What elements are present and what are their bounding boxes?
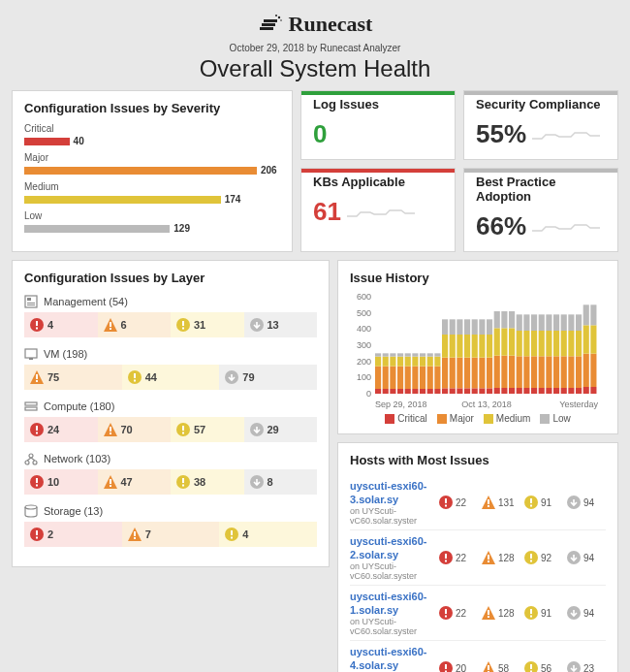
layer-head: Compute (180) [24,400,317,413]
svg-rect-142 [576,388,582,394]
layer-cell-maj[interactable]: 7 [122,522,220,547]
host-row: uyscuti-esxi60-2.solar.syon UYScuti-vC60… [350,529,606,585]
layer-cell-low[interactable]: 79 [219,365,317,390]
low-icon [225,370,238,384]
svg-point-26 [280,19,282,21]
svg-rect-82 [464,388,470,394]
svg-rect-42 [390,389,395,394]
svg-rect-144 [576,331,582,356]
severity-value: 40 [74,136,84,146]
layer-head: Network (103) [24,452,317,465]
layer-cell-med[interactable]: 44 [122,365,220,390]
maj-icon [104,318,117,332]
svg-text:Sep 29, 2018: Sep 29, 2018 [375,400,427,409]
layer-cell-crit[interactable]: 10 [24,469,98,495]
layer-label: Storage (13) [44,505,103,517]
layer-cell-crit[interactable]: 2 [24,522,122,547]
host-count: 22 [439,606,478,620]
severity-bar [24,138,70,145]
metric-security: Security Compliance55% [463,90,618,160]
svg-rect-36 [375,357,381,367]
host-count: 94 [567,496,606,509]
svg-rect-147 [583,354,589,387]
severity-row-low: Low129 [24,210,280,234]
svg-rect-117 [523,314,529,331]
svg-rect-65 [427,353,433,356]
layer-cell-low[interactable]: 13 [244,312,318,337]
svg-text:Oct 13, 2018: Oct 13, 2018 [461,400,512,409]
layer-cell-value: 6 [121,319,127,331]
layer-cell-value: 70 [121,424,133,435]
svg-rect-88 [472,335,478,358]
crit-icon [30,528,44,541]
layer-cell-maj[interactable]: 6 [98,312,172,337]
svg-rect-58 [420,389,425,394]
host-row: uyscuti-esxi60-1.solar.syon UYScuti-vC60… [350,585,606,640]
layer-cell-value: 31 [194,319,205,331]
layer-cell-med[interactable]: 38 [171,469,244,495]
svg-rect-111 [517,356,522,388]
brand-name: Runecast [289,12,373,37]
svg-rect-98 [494,388,500,394]
svg-rect-43 [390,367,395,389]
svg-rect-41 [383,353,389,356]
host-sublabel: on UYScuti-vC60.solar.syster [350,506,435,526]
host-count: 56 [524,661,563,672]
layer-cell-value: 24 [47,424,59,435]
svg-rect-60 [420,357,425,367]
layer-cell-crit[interactable]: 4 [24,312,98,337]
svg-rect-99 [494,356,500,388]
layer-cell-maj[interactable]: 75 [24,365,122,390]
svg-rect-145 [576,314,582,331]
host-link[interactable]: uyscuti-esxi60-2.solar.sy [350,535,426,560]
maj-icon [482,606,495,620]
svg-rect-74 [450,388,456,394]
svg-rect-61 [420,353,425,356]
svg-rect-131 [553,356,559,388]
svg-text:400: 400 [357,324,371,334]
host-link[interactable]: uyscuti-esxi60-3.solar.sy [350,480,426,505]
svg-rect-107 [509,356,515,388]
metric-kbs: KBs Applicable61 [300,168,456,252]
report-byline: October 29, 2018 by Runecast Analyzer [12,43,618,53]
host-link[interactable]: uyscuti-esxi60-4.solar.sy [350,646,426,671]
svg-rect-64 [427,357,433,367]
svg-rect-46 [397,389,403,394]
svg-rect-109 [509,311,515,328]
layer-cell-med[interactable]: 57 [171,417,244,442]
layer-cell-maj[interactable]: 70 [98,417,172,442]
layer-cell-maj[interactable]: 47 [98,469,172,495]
svg-rect-150 [590,387,596,394]
svg-rect-153 [590,304,596,325]
metric-title: Security Compliance [476,97,606,112]
svg-rect-108 [509,328,515,355]
host-count: 91 [524,606,563,620]
svg-rect-53 [405,353,411,356]
svg-rect-102 [501,388,507,394]
med-icon [176,475,190,489]
layer-cell-med[interactable]: 4 [219,522,317,547]
sparkline [532,217,600,237]
layer-group: Storage (13)274 [24,504,317,547]
low-icon [250,423,264,436]
severity-row-critical: Critical40 [24,123,280,146]
svg-rect-83 [464,358,470,389]
svg-rect-39 [383,367,389,389]
svg-rect-95 [487,358,492,389]
layer-group: Management (54)463113 [24,295,317,337]
severity-value: 174 [225,194,241,205]
layer-cell-low[interactable]: 29 [244,417,318,442]
med-icon [225,528,238,541]
svg-rect-50 [405,389,411,394]
severity-value: 129 [173,223,190,234]
svg-rect-45 [390,353,395,356]
layer-cell-crit[interactable]: 24 [24,417,98,442]
svg-text:200: 200 [357,357,371,367]
layer-cell-low[interactable]: 8 [244,469,318,495]
svg-rect-100 [494,328,500,355]
layer-cell-med[interactable]: 31 [171,312,244,337]
svg-rect-106 [509,388,515,394]
layer-cell-value: 4 [242,528,248,540]
svg-rect-68 [434,357,440,367]
host-link[interactable]: uyscuti-esxi60-1.solar.sy [350,591,426,616]
